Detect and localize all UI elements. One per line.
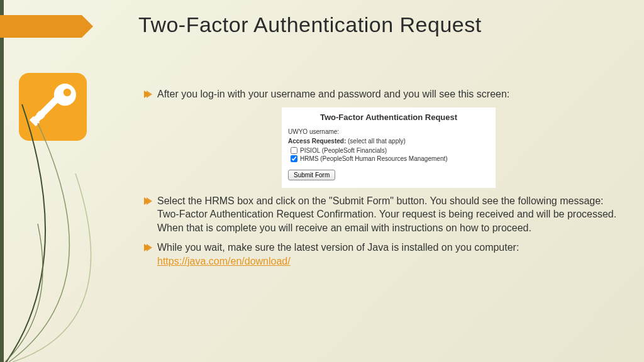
embedded-screenshot: Two-Factor Authentication Request UWYO u…	[282, 107, 496, 188]
key-icon-badge	[19, 73, 87, 141]
bullet-arrow-icon	[143, 243, 152, 252]
bullet-text: While you wait, make sure the latest ver…	[157, 242, 519, 266]
slide-content: Two-Factor Authentication Request After …	[138, 13, 625, 275]
java-download-link[interactable]: https://java.com/en/download/	[157, 256, 291, 266]
submit-form-button[interactable]: Submit Form	[288, 170, 335, 180]
pisiol-checkbox[interactable]	[291, 147, 297, 154]
bullet-text: Select the HRMS box and click on the "Su…	[157, 195, 616, 233]
hrms-label: HRMS (PeopleSoft Human Resources Managem…	[300, 155, 448, 162]
bullet-item: After you log-in with your username and …	[143, 87, 625, 101]
slide-title: Two-Factor Authentication Request	[138, 13, 625, 37]
bullet-text: After you log-in with your username and …	[157, 89, 509, 99]
option-hrms[interactable]: HRMS (PeopleSoft Human Resources Managem…	[291, 155, 489, 162]
bullet-arrow-icon	[143, 197, 152, 206]
option-pisiol[interactable]: PISIOL (PeopleSoft Financials)	[291, 147, 489, 154]
username-label: UWYO username:	[288, 128, 489, 135]
bullet-list: After you log-in with your username and …	[143, 87, 625, 268]
pisiol-label: PISIOL (PeopleSoft Financials)	[300, 147, 387, 154]
bullet-item: Select the HRMS box and click on the "Su…	[143, 194, 625, 235]
screenshot-title: Two-Factor Authentication Request	[288, 112, 489, 122]
svg-point-1	[64, 89, 71, 96]
access-requested-label: Access Requested: (select all that apply…	[288, 138, 489, 145]
key-icon	[25, 79, 80, 134]
left-accent-bar	[0, 0, 4, 362]
svg-rect-2	[33, 96, 61, 123]
hrms-checkbox[interactable]	[291, 155, 297, 162]
bullet-arrow-icon	[143, 90, 152, 99]
orange-arrow-accent	[0, 15, 82, 38]
bullet-item: While you wait, make sure the latest ver…	[143, 241, 625, 268]
